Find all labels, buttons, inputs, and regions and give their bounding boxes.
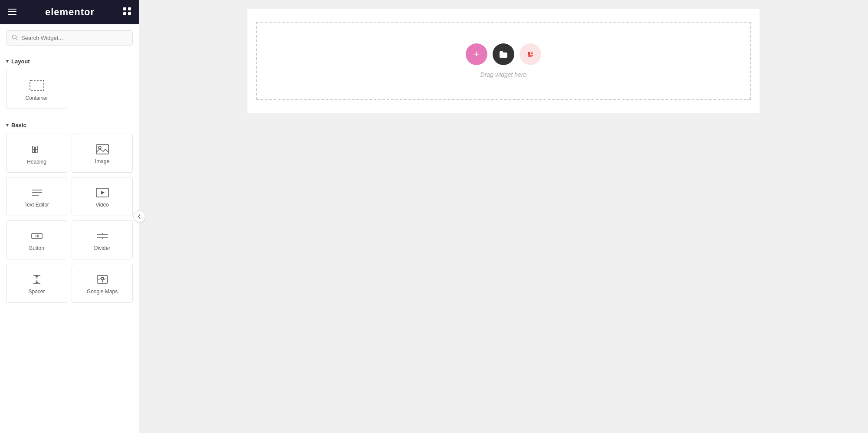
spacer-icon	[30, 274, 44, 285]
svg-rect-6	[128, 12, 131, 15]
layout-chevron-icon: ▾	[6, 59, 9, 64]
spacer-label: Spacer	[28, 289, 45, 295]
search-icon	[12, 34, 18, 42]
heading-icon: T	[30, 143, 44, 155]
news-button[interactable]	[519, 43, 541, 65]
widget-text-editor[interactable]: Text Editor	[6, 177, 67, 216]
image-label: Image	[95, 158, 109, 164]
widget-container[interactable]: Container	[6, 70, 67, 109]
container-icon	[29, 79, 45, 92]
add-widget-button[interactable]: +	[466, 43, 487, 65]
svg-rect-3	[123, 7, 126, 10]
elementor-logo: elementor	[45, 7, 95, 18]
google-maps-label: Google Maps	[87, 289, 118, 295]
canvas-container: + Drag widget he	[247, 9, 760, 113]
svg-point-32	[101, 277, 104, 280]
divider-icon	[95, 230, 109, 242]
search-wrapper	[6, 30, 133, 46]
sidebar-collapse-toggle[interactable]	[133, 210, 145, 223]
layout-widgets-grid: Container	[6, 70, 133, 113]
text-editor-icon	[30, 187, 44, 198]
sidebar-header: elementor	[0, 0, 139, 24]
google-maps-icon	[95, 274, 109, 285]
drop-zone[interactable]: + Drag widget he	[256, 22, 751, 100]
button-label: Button	[29, 245, 44, 251]
image-icon	[95, 144, 109, 155]
button-icon	[30, 230, 44, 242]
text-editor-label: Text Editor	[24, 202, 49, 208]
sidebar: elementor	[0, 0, 139, 433]
svg-line-8	[16, 39, 18, 40]
widget-button[interactable]: Button	[6, 220, 67, 259]
search-input[interactable]	[21, 35, 127, 41]
hamburger-menu-icon[interactable]	[8, 8, 16, 17]
heading-label: Heading	[27, 159, 46, 165]
search-container	[0, 24, 139, 52]
drop-actions: +	[466, 43, 541, 65]
widget-spacer[interactable]: Spacer	[6, 264, 67, 303]
svg-rect-2	[8, 14, 16, 15]
video-label: Video	[95, 202, 108, 208]
svg-rect-14	[96, 144, 108, 154]
basic-section-label: Basic	[11, 122, 26, 128]
folder-button[interactable]	[493, 43, 514, 65]
widget-heading[interactable]: T Heading	[6, 134, 67, 173]
grid-icon[interactable]	[123, 7, 131, 17]
widget-image[interactable]: Image	[72, 134, 133, 173]
layout-section-label: Layout	[11, 58, 30, 65]
drop-hint-text: Drag widget here	[480, 71, 527, 78]
svg-rect-4	[128, 7, 131, 10]
svg-marker-20	[101, 191, 105, 194]
svg-rect-0	[8, 9, 16, 10]
layout-section-title[interactable]: ▾ Layout	[6, 58, 133, 65]
main-canvas: + Drag widget he	[139, 0, 868, 433]
container-label: Container	[25, 95, 48, 101]
basic-section-title[interactable]: ▾ Basic	[6, 122, 133, 128]
svg-point-7	[13, 35, 16, 39]
divider-label: Divider	[94, 245, 110, 251]
basic-chevron-icon: ▾	[6, 122, 9, 128]
svg-rect-9	[30, 80, 44, 91]
svg-rect-5	[123, 12, 126, 15]
widget-google-maps[interactable]: Google Maps	[72, 264, 133, 303]
basic-widgets-grid: T Heading	[6, 134, 133, 307]
video-icon	[95, 187, 109, 198]
layout-section: ▾ Layout Container	[0, 52, 139, 116]
basic-section: ▾ Basic T Heading	[0, 116, 139, 310]
widget-video[interactable]: Video	[72, 177, 133, 216]
widget-divider[interactable]: Divider	[72, 220, 133, 259]
svg-rect-1	[8, 11, 16, 12]
